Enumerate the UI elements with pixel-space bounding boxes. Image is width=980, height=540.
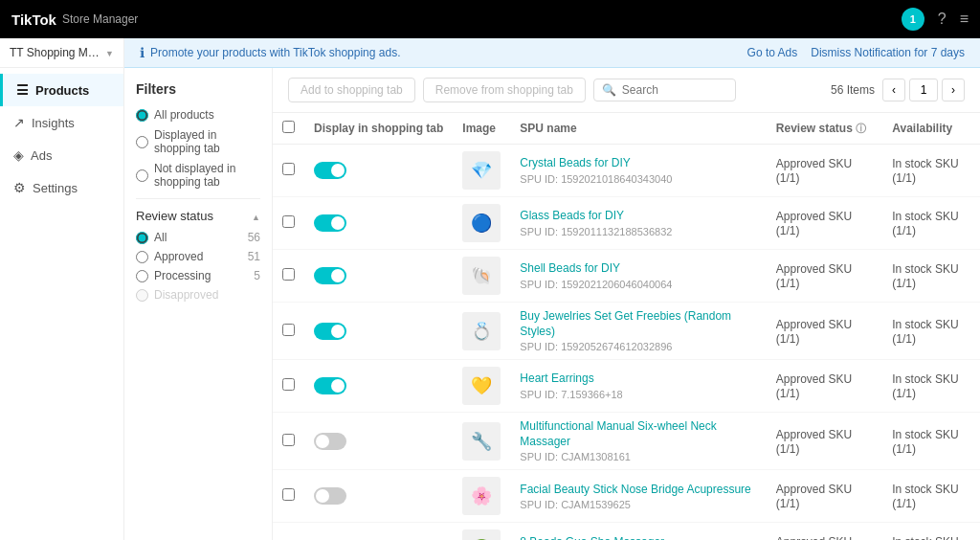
toggle-slider — [314, 323, 346, 340]
pagination-next-button[interactable]: › — [942, 79, 965, 101]
page-number-input[interactable] — [909, 79, 938, 101]
shopping-tab-toggle[interactable] — [314, 162, 346, 179]
row-image-cell: 🔧 — [453, 413, 510, 470]
product-name-link[interactable]: Multifunctional Manual Six-wheel Neck Ma… — [520, 419, 756, 449]
product-image: 🌸 — [462, 477, 501, 515]
product-name-link[interactable]: Heart Earrings — [520, 371, 756, 387]
products-table-container: Display in shopping tab Image SPU name R… — [273, 113, 980, 540]
sidebar-item-ads[interactable]: ◈ Ads — [0, 139, 123, 171]
availability-value: In stock SKU (1/1) — [892, 157, 958, 185]
sidebar-item-label: Insights — [32, 116, 75, 130]
review-approved-option[interactable]: Approved — [136, 250, 203, 263]
product-name-link[interactable]: Buy Jewelries Set Get Freebies (Random S… — [520, 309, 756, 339]
products-tbody: 💎 Crystal Beads for DIY SPU ID: 15920210… — [273, 145, 980, 541]
filter-displayed-radio[interactable] — [136, 136, 148, 148]
row-availability-cell: In stock SKU (1/1) — [882, 470, 980, 523]
row-review-cell: Approved SKU (1/1) — [767, 470, 882, 523]
shopping-tab-toggle[interactable] — [314, 433, 346, 450]
review-approved-count: 51 — [248, 250, 260, 263]
settings-icon: ⚙ — [13, 180, 26, 195]
review-status-collapse-icon — [252, 209, 260, 223]
row-checkbox[interactable] — [282, 163, 295, 175]
review-all-option[interactable]: All — [136, 231, 167, 244]
info-icon: ℹ — [140, 45, 145, 60]
filter-all-radio[interactable] — [136, 109, 148, 122]
notification-actions: Go to Ads Dismiss Notification for 7 day… — [747, 46, 965, 59]
product-image: 🐚 — [462, 257, 501, 295]
shopping-tab-toggle[interactable] — [314, 267, 346, 284]
select-all-checkbox[interactable] — [282, 121, 295, 133]
toggle-slider — [314, 433, 346, 450]
filter-divider — [136, 198, 260, 199]
row-checkbox[interactable] — [282, 215, 295, 228]
review-approved-radio[interactable] — [136, 251, 148, 263]
sidebar-nav: ☰ Products ↗ Insights ◈ Ads ⚙ Settings — [0, 68, 123, 210]
row-review-cell: Approved SKU (1/1) — [767, 303, 882, 360]
review-all-radio[interactable] — [136, 232, 148, 244]
row-toggle-cell — [304, 197, 453, 250]
search-box[interactable]: 🔍 — [593, 79, 736, 101]
review-disapproved-row: Disapproved — [136, 288, 260, 302]
review-processing-option[interactable]: Processing — [136, 269, 211, 282]
row-checkbox-cell — [273, 250, 304, 303]
filter-all-products[interactable]: All products — [136, 108, 260, 122]
menu-icon[interactable]: ≡ — [960, 11, 969, 28]
availability-value: In stock SKU (1/1) — [892, 428, 958, 456]
sidebar-item-products[interactable]: ☰ Products — [0, 74, 123, 106]
row-toggle-cell — [304, 413, 453, 470]
row-image-cell: 🐚 — [453, 250, 510, 303]
filter-displayed[interactable]: Displayed in shopping tab — [136, 128, 260, 155]
review-status-info-icon[interactable]: ⓘ — [856, 123, 866, 134]
sidebar-item-settings[interactable]: ⚙ Settings — [0, 171, 123, 204]
row-checkbox[interactable] — [282, 488, 295, 501]
row-review-cell: Approved SKU (1/1) — [767, 360, 882, 413]
filter-all-label: All products — [154, 108, 214, 122]
product-name-link[interactable]: Glass Beads for DIY — [520, 209, 756, 224]
shopping-tab-toggle[interactable] — [314, 487, 346, 505]
row-image-cell: 🔵 — [453, 197, 510, 250]
row-checkbox[interactable] — [282, 268, 295, 281]
product-name-link[interactable]: 8 Beads Gua Sha Massager — [520, 535, 756, 540]
product-image: 🔧 — [462, 422, 501, 461]
sidebar-item-insights[interactable]: ↗ Insights — [0, 106, 123, 139]
shopping-tab-toggle[interactable] — [314, 377, 346, 394]
row-checkbox-cell — [273, 523, 304, 540]
products-area: Add to shopping tab Remove from shopping… — [273, 68, 980, 540]
review-status-value: Approved SKU (1/1) — [776, 372, 852, 400]
shopping-tab-toggle[interactable] — [314, 214, 346, 232]
product-image: 🔵 — [462, 204, 501, 242]
filter-not-displayed-radio[interactable] — [136, 169, 148, 182]
review-processing-radio[interactable] — [136, 270, 148, 282]
review-status-value: Approved SKU (1/1) — [776, 262, 852, 290]
search-input[interactable] — [622, 83, 727, 97]
filter-not-displayed[interactable]: Not displayed in shopping tab — [136, 162, 260, 189]
row-checkbox[interactable] — [282, 324, 295, 336]
toggle-slider — [314, 214, 346, 232]
review-processing-count: 5 — [254, 269, 260, 282]
row-checkbox[interactable] — [282, 378, 295, 391]
review-status-value: Approved SKU (1/1) — [776, 318, 852, 346]
row-name-cell: Facial Beauty Stick Nose Bridge Acupress… — [510, 470, 766, 523]
remove-from-shopping-tab-button[interactable]: Remove from shopping tab — [423, 78, 586, 102]
toggle-slider — [314, 162, 346, 179]
review-status-header[interactable]: Review status — [136, 209, 260, 223]
store-selector[interactable]: TT Shopping Mal... — [0, 38, 123, 68]
product-name-link[interactable]: Crystal Beads for DIY — [520, 156, 756, 171]
row-review-cell: Approved SKU (1/1) — [767, 523, 882, 540]
dismiss-notification-link[interactable]: Dismiss Notification for 7 days — [811, 46, 965, 59]
pagination-prev-button[interactable]: ‹ — [882, 79, 905, 101]
user-avatar[interactable]: 1 — [902, 8, 924, 31]
row-checkbox[interactable] — [282, 434, 295, 446]
help-icon[interactable]: ? — [938, 11, 947, 28]
shopping-tab-toggle[interactable] — [314, 323, 346, 340]
tiktok-logo: TikTok — [11, 11, 56, 28]
add-to-shopping-tab-button[interactable]: Add to shopping tab — [288, 78, 415, 102]
go-to-ads-link[interactable]: Go to Ads — [747, 46, 798, 59]
notification-text: Promote your products with TikTok shoppi… — [150, 46, 400, 59]
items-count-area: 56 Items ‹ › — [831, 79, 965, 101]
spu-id: SPU ID: 1592021206046040064 — [520, 279, 756, 290]
product-name-link[interactable]: Facial Beauty Stick Nose Bridge Acupress… — [520, 483, 756, 498]
toggle-slider — [314, 267, 346, 284]
product-name-link[interactable]: Shell Beads for DIY — [520, 261, 756, 277]
notification-bar: ℹ Promote your products with TikTok shop… — [124, 38, 980, 68]
